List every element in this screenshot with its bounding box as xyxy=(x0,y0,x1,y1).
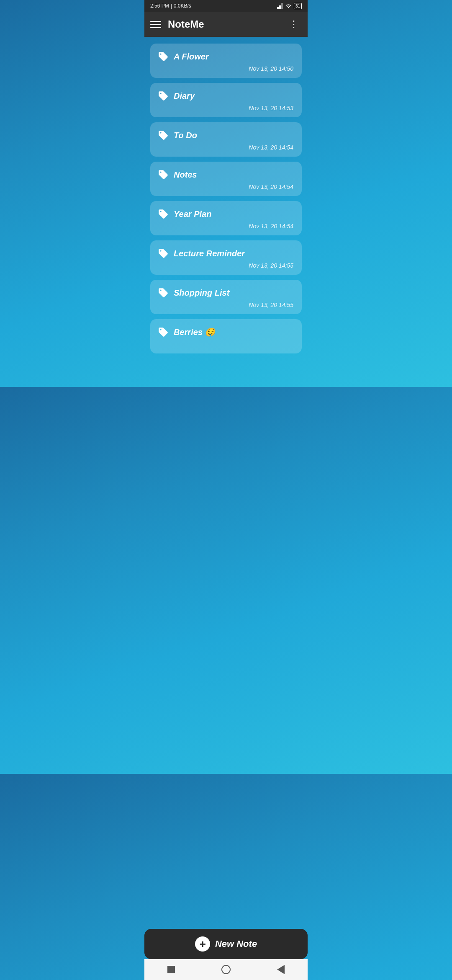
note-date: Nov 13, 20 14:54 xyxy=(158,223,294,230)
note-header: Shopping List xyxy=(158,287,294,298)
note-card[interactable]: Shopping ListNov 13, 20 14:55 xyxy=(150,280,302,314)
network-speed-value: 0.0KB/s xyxy=(174,3,191,9)
signal-icon xyxy=(277,3,283,9)
hamburger-line-2 xyxy=(150,24,161,25)
note-card[interactable]: DiaryNov 13, 20 14:53 xyxy=(150,83,302,117)
note-card[interactable]: Berries 🤤 xyxy=(150,319,302,353)
hamburger-line-3 xyxy=(150,27,161,28)
note-title: Notes xyxy=(174,170,197,180)
note-title: To Do xyxy=(174,131,197,140)
note-date: Nov 13, 20 14:55 xyxy=(158,262,294,269)
app-bar: NoteMe ⋮ xyxy=(144,12,308,37)
note-title: Diary xyxy=(174,91,195,101)
svg-marker-0 xyxy=(277,7,279,9)
note-title: Lecture Reminder xyxy=(174,249,245,258)
tag-icon xyxy=(158,51,169,62)
app-title: NoteMe xyxy=(168,18,286,30)
tag-icon xyxy=(158,130,169,141)
status-left: 2:56 PM | 0.0KB/s xyxy=(150,3,191,9)
tag-icon xyxy=(158,90,169,101)
wifi-icon xyxy=(285,3,292,8)
status-right: 31 xyxy=(277,3,302,9)
tag-icon xyxy=(158,327,169,338)
note-header: Year Plan xyxy=(158,209,294,219)
note-header: Diary xyxy=(158,90,294,101)
note-date: Nov 13, 20 14:53 xyxy=(158,105,294,111)
battery-level: 31 xyxy=(295,4,300,8)
note-header: Notes xyxy=(158,169,294,180)
network-speed: | xyxy=(171,3,172,9)
status-bar: 2:56 PM | 0.0KB/s 31 xyxy=(144,0,308,12)
note-card[interactable]: To DoNov 13, 20 14:54 xyxy=(150,122,302,157)
note-card[interactable]: NotesNov 13, 20 14:54 xyxy=(150,162,302,196)
note-title: A Flower xyxy=(174,52,209,62)
note-title: Year Plan xyxy=(174,209,211,219)
note-card[interactable]: A FlowerNov 13, 20 14:50 xyxy=(150,44,302,78)
note-date: Nov 13, 20 14:54 xyxy=(158,144,294,151)
tag-icon xyxy=(158,287,169,298)
note-date: Nov 13, 20 14:54 xyxy=(158,183,294,190)
svg-marker-1 xyxy=(279,5,281,9)
note-header: Berries 🤤 xyxy=(158,327,294,338)
tag-icon xyxy=(158,169,169,180)
time-display: 2:56 PM xyxy=(150,3,169,9)
note-header: To Do xyxy=(158,130,294,141)
note-title: Shopping List xyxy=(174,288,229,298)
note-card[interactable]: Lecture ReminderNov 13, 20 14:55 xyxy=(150,240,302,275)
tag-icon xyxy=(158,248,169,259)
tag-icon xyxy=(158,209,169,219)
note-date: Nov 13, 20 14:50 xyxy=(158,65,294,72)
note-title: Berries 🤤 xyxy=(174,327,216,337)
battery-icon: 31 xyxy=(294,3,302,9)
more-options-button[interactable]: ⋮ xyxy=(286,17,302,31)
note-header: Lecture Reminder xyxy=(158,248,294,259)
notes-list: A FlowerNov 13, 20 14:50DiaryNov 13, 20 … xyxy=(144,37,308,387)
hamburger-line-1 xyxy=(150,21,161,22)
hamburger-menu-button[interactable] xyxy=(150,21,161,28)
svg-marker-2 xyxy=(281,3,283,9)
note-card[interactable]: Year PlanNov 13, 20 14:54 xyxy=(150,201,302,235)
note-date: Nov 13, 20 14:55 xyxy=(158,302,294,308)
note-header: A Flower xyxy=(158,51,294,62)
